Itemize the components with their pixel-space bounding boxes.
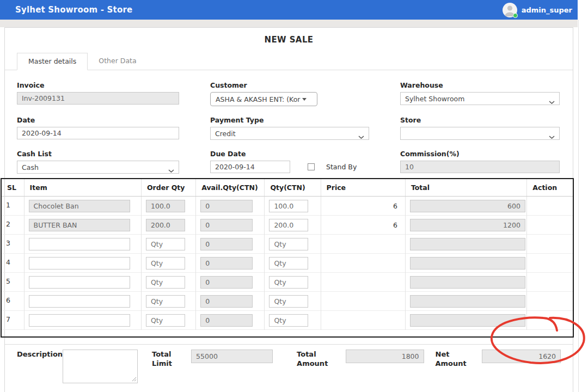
row-sl: 6 [1, 292, 24, 311]
qty-input[interactable] [269, 238, 308, 250]
price-cell [321, 311, 405, 330]
description-textarea[interactable] [63, 350, 138, 383]
item-input[interactable] [29, 295, 130, 308]
item-cell [24, 197, 141, 216]
total-limit-input[interactable] [191, 350, 273, 363]
qty-cell [265, 311, 321, 330]
net-amount-input[interactable] [482, 350, 561, 363]
action-cell [527, 292, 573, 311]
col-sl: SL [1, 179, 24, 197]
qty-input[interactable] [269, 295, 308, 308]
avail-qty-cell [196, 197, 265, 216]
order-qty-input[interactable] [146, 200, 185, 212]
item-input[interactable] [29, 238, 130, 250]
col-qty: Qty(CTN) [265, 179, 321, 197]
table-header-row: SL Item Order Qty Avail.Qty(CTN) Qty(CTN… [1, 179, 573, 197]
avail-qty-input[interactable] [200, 238, 253, 250]
order-qty-cell [141, 197, 195, 216]
avail-qty-cell [196, 311, 265, 330]
total-cell [405, 235, 526, 254]
resize-grip-icon[interactable] [132, 373, 137, 384]
online-status-dot [513, 13, 518, 18]
due-date-input[interactable] [210, 161, 290, 173]
total-input[interactable] [410, 295, 525, 308]
action-cell [527, 216, 573, 235]
date-input[interactable] [17, 127, 179, 139]
item-input[interactable] [29, 314, 130, 327]
stand-by-checkbox[interactable] [308, 163, 315, 170]
order-qty-input[interactable] [146, 314, 185, 327]
form-row-2: Date Payment Type Credit Store [5, 106, 573, 140]
row-sl: 3 [1, 235, 24, 254]
col-avail-qty: Avail.Qty(CTN) [196, 179, 265, 197]
table-row: 7 [1, 311, 573, 330]
qty-input[interactable] [269, 200, 308, 212]
order-qty-input[interactable] [146, 276, 185, 289]
invoice-input[interactable] [17, 92, 179, 105]
qty-cell [265, 273, 321, 292]
qty-cell [265, 254, 321, 273]
item-input[interactable] [29, 219, 130, 231]
total-limit-label: Total Limit [152, 350, 179, 369]
item-input[interactable] [29, 200, 130, 212]
item-cell [24, 254, 141, 273]
tab-master-details[interactable]: Master details [17, 53, 88, 70]
avail-qty-input[interactable] [200, 314, 253, 327]
row-sl: 2 [1, 216, 24, 235]
total-input[interactable] [410, 200, 525, 212]
total-amount-input[interactable] [346, 350, 424, 363]
order-qty-cell [141, 311, 195, 330]
qty-input[interactable] [269, 219, 308, 231]
avail-qty-input[interactable] [200, 276, 253, 289]
qty-input[interactable] [269, 314, 308, 327]
commission-input[interactable] [400, 161, 560, 173]
col-price: Price [321, 179, 405, 197]
user-avatar[interactable] [503, 3, 517, 17]
total-input[interactable] [410, 238, 525, 250]
order-qty-input[interactable] [146, 238, 185, 250]
store-label: Store [400, 116, 560, 124]
order-qty-cell [141, 273, 195, 292]
row-sl: 4 [1, 254, 24, 273]
total-input[interactable] [410, 314, 525, 327]
price-cell: 6 [321, 197, 405, 216]
tab-other-data[interactable]: Other Data [88, 53, 147, 70]
cash-list-select[interactable]: Cash [17, 161, 179, 174]
item-input[interactable] [29, 257, 130, 270]
table-spacer-row [1, 330, 573, 337]
total-amount-label: Total Amount [297, 350, 328, 369]
total-input[interactable] [410, 219, 525, 231]
order-qty-cell [141, 254, 195, 273]
warehouse-label: Warehouse [400, 81, 560, 89]
page-title: NEW SALE [5, 35, 573, 45]
store-select[interactable] [400, 127, 560, 140]
order-qty-input[interactable] [146, 219, 185, 231]
chevron-down-icon [549, 97, 555, 105]
item-input[interactable] [29, 276, 130, 289]
avail-qty-cell [196, 254, 265, 273]
cash-list-label: Cash List [17, 150, 179, 158]
avail-qty-input[interactable] [200, 257, 253, 270]
payment-type-select[interactable]: Credit [210, 127, 369, 140]
avail-qty-input[interactable] [200, 295, 253, 308]
action-cell [527, 311, 573, 330]
total-input[interactable] [410, 276, 525, 289]
qty-input[interactable] [269, 276, 308, 289]
order-qty-input[interactable] [146, 257, 185, 270]
chevron-down-icon [168, 166, 174, 174]
action-cell [527, 197, 573, 216]
order-qty-input[interactable] [146, 295, 185, 308]
action-cell [527, 254, 573, 273]
caret-down-icon [302, 98, 307, 101]
avail-qty-input[interactable] [200, 219, 253, 231]
table-row: 5 [1, 273, 573, 292]
qty-input[interactable] [269, 257, 308, 270]
avail-qty-input[interactable] [200, 200, 253, 212]
total-input[interactable] [410, 257, 525, 270]
warehouse-select[interactable]: Sylhet Showroom [400, 92, 560, 105]
item-cell [24, 235, 141, 254]
net-amount-label: Net Amount [436, 350, 467, 369]
price-cell [321, 235, 405, 254]
item-cell [24, 216, 141, 235]
customer-dropdown[interactable]: ASHA & AKASH ENT: (Kor [210, 92, 317, 106]
